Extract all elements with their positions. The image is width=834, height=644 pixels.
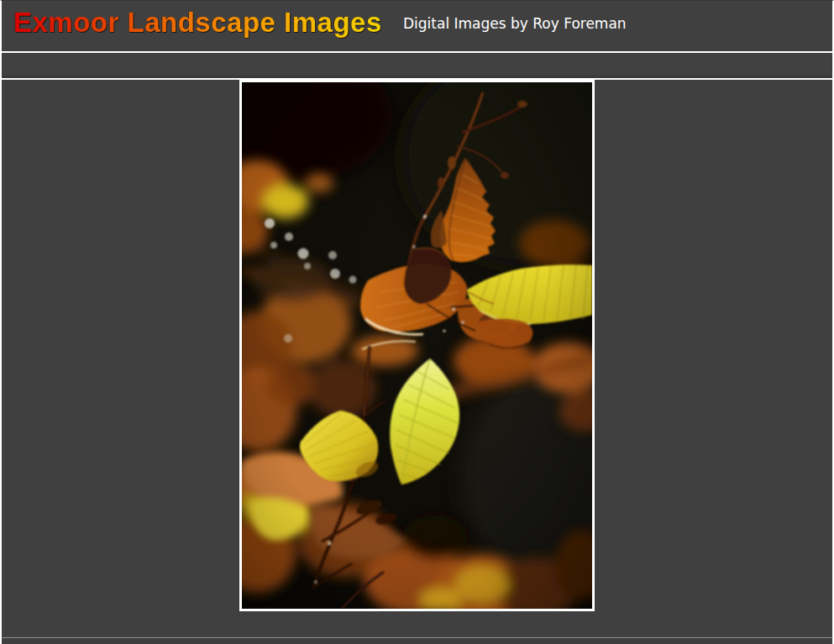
photo-frame: Backlit autumn beech leaves — glowing or… bbox=[239, 80, 595, 611]
main-content: Backlit autumn beech leaves — glowing or… bbox=[2, 80, 832, 611]
photo-vignette bbox=[242, 82, 592, 609]
site-header: Exmoor Landscape Images Digital Images b… bbox=[2, 1, 832, 51]
page: Exmoor Landscape Images Digital Images b… bbox=[0, 0, 834, 644]
autumn-leaves-photo: Backlit autumn beech leaves — glowing or… bbox=[242, 82, 592, 609]
site-subtitle: Digital Images by Roy Foreman bbox=[403, 15, 627, 32]
site-title: Exmoor Landscape Images bbox=[13, 7, 382, 39]
nav-bar bbox=[2, 53, 832, 78]
footer-strip bbox=[2, 637, 832, 644]
